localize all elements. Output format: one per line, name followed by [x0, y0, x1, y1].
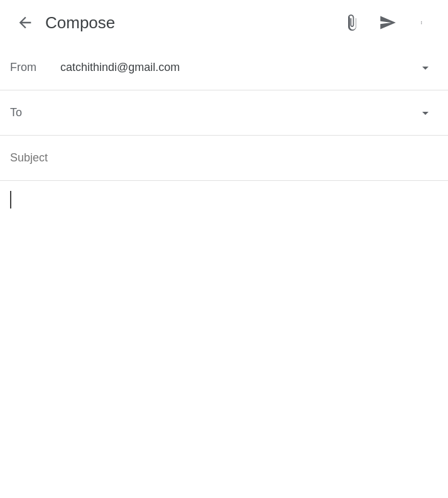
from-chevron[interactable] [413, 55, 438, 80]
subject-row[interactable] [0, 136, 448, 181]
from-value: catchithindi@gmail.com [60, 58, 413, 77]
from-label: From [10, 61, 60, 74]
toolbar: Compose [0, 0, 448, 45]
back-button[interactable] [10, 8, 40, 38]
svg-point-2 [421, 23, 422, 24]
from-row: From catchithindi@gmail.com [0, 45, 448, 90]
to-row[interactable]: To [0, 90, 448, 136]
svg-point-0 [421, 21, 422, 22]
page-title: Compose [45, 13, 337, 33]
more-options-button[interactable] [408, 8, 438, 38]
to-input[interactable] [60, 104, 413, 122]
text-cursor [10, 191, 11, 208]
compose-form: From catchithindi@gmail.com To [0, 45, 448, 498]
to-chevron[interactable] [413, 100, 438, 126]
attach-button[interactable] [337, 8, 368, 38]
subject-input[interactable] [10, 151, 438, 165]
toolbar-actions [337, 8, 438, 38]
svg-point-1 [421, 22, 422, 23]
send-button[interactable] [373, 8, 403, 38]
body-area[interactable] [0, 181, 448, 498]
to-label: To [10, 106, 60, 119]
